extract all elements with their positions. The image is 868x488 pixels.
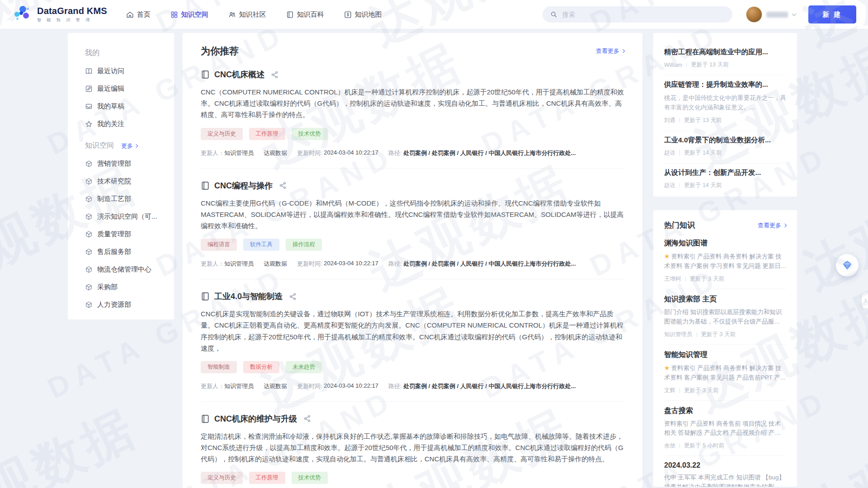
sidebar-space-aftersales[interactable]: 售后服务部	[85, 243, 166, 261]
chevron-right-icon	[783, 223, 787, 227]
sidebar-space-tech-research[interactable]: 技术研究院	[85, 173, 166, 190]
meta-path[interactable]: 处罚案例 / 处罚案例 / 人民银行 / 中国人民银行上海市分行行政处...	[403, 260, 576, 268]
divider	[697, 332, 697, 337]
hot-item-title[interactable]: 渊海知识图谱	[664, 239, 786, 248]
nav-item-knowledge-space[interactable]: 知识空间	[170, 10, 208, 19]
recommended-title[interactable]: 供应链管理：提升制造业效率的...	[664, 80, 786, 89]
sidebar-space-hr[interactable]: 人力资源部	[85, 296, 166, 314]
share-icon[interactable]	[271, 71, 278, 79]
sidebar-space-marketing[interactable]: 营销管理部	[85, 155, 166, 173]
article-body: 定期清洁机床，检查润滑油和冷却液，保持机床良好的工作状态,掌握基本的故障诊断和排…	[201, 431, 624, 465]
hot-item[interactable]: 智能知识管理 ★资料索引 产品资料 商务资料 解决方案 技术资料 客户案例 常见…	[664, 345, 786, 401]
tag[interactable]: 操作流程	[286, 239, 322, 251]
more-label: 更多	[121, 142, 133, 150]
article-title[interactable]: 工业4.0与智能制造	[214, 291, 283, 302]
recommended-title[interactable]: 从设计到生产：创新产品开发...	[664, 168, 786, 178]
recommended-item[interactable]: 供应链管理：提升制造业效率的... 桃花，是中国传统文化中的重要花卉之一，具有丰…	[664, 75, 786, 131]
recommended-item[interactable]: 从设计到生产：创新产品开发... 赵达更新于 14 天前	[664, 164, 786, 196]
meta-path[interactable]: 处罚案例 / 处罚案例 / 人民银行 / 中国人民银行上海市分行行政处...	[403, 382, 576, 390]
article-title[interactable]: CNC编程与操作	[214, 180, 273, 191]
share-icon[interactable]	[289, 293, 297, 300]
tag[interactable]: 数据分析	[243, 361, 279, 373]
hot-item-title[interactable]: 知识搜索部 主页	[664, 295, 786, 304]
tag[interactable]: 技术优势	[292, 472, 328, 484]
brand-logo[interactable]: DataGrand KMS 智 能 知 识 管 理	[14, 5, 107, 24]
hot-item-excerpt: 资料索引 产品资料 商务售前 项目情况 技术相关 答疑解惑 产品文档 产品视频介…	[664, 420, 781, 438]
hot-item[interactable]: 盘古搜索 资料索引 产品资料 商务售前 项目情况 技术相关 答疑解惑 产品文档 …	[664, 401, 786, 456]
sidebar-space-logistics[interactable]: 物流仓储管理中心	[85, 261, 166, 278]
nav-item-wiki[interactable]: 知识百科	[286, 10, 324, 19]
hot-item[interactable]: 2024.03.22 代申 王军军 本周完成工作 知识图谱 【bug】排查并解决…	[664, 456, 786, 487]
sidebar-item-my-follows[interactable]: 我的关注	[85, 115, 166, 133]
tag[interactable]: 定义与历史	[201, 472, 243, 484]
recommended-title[interactable]: 工业4.0背景下的制造业数据分析...	[664, 136, 786, 145]
sidebar-item-my-drafts[interactable]: 我的草稿	[85, 98, 166, 115]
recommended-title[interactable]: 精密工程在高端制造业中的应用...	[664, 47, 786, 57]
home-icon	[126, 11, 134, 19]
panel-collapse-handle[interactable]	[862, 293, 868, 308]
meta-time-label: 更新时间:	[297, 382, 322, 390]
sidebar-item-recent-edits[interactable]: 最近编辑	[85, 80, 166, 98]
sidebar-space-manufacturing[interactable]: 制造工艺部	[85, 190, 166, 208]
tag[interactable]: 编程语言	[201, 239, 237, 251]
cube-icon	[85, 266, 93, 273]
recommended-item[interactable]: 精密工程在高端制造业中的应用... William更新于 13 天前	[664, 43, 786, 75]
brand-tagline: 智 能 知 识 管 理	[37, 17, 107, 23]
sidebar-space-procurement[interactable]: 采购部	[85, 278, 166, 296]
assistant-float-button[interactable]	[836, 254, 859, 277]
recommended-excerpt: 桃花，是中国传统文化中的重要花卉之一，具有丰富的文化内涵和象征意义。...	[664, 94, 786, 113]
nav-item-community[interactable]: 知识社区	[228, 10, 266, 19]
tag[interactable]: 定义与历史	[201, 128, 243, 140]
avatar[interactable]	[746, 6, 762, 23]
recommended-item[interactable]: 工业4.0背景下的制造业数据分析... 赵达更新于 14 天前	[664, 131, 786, 164]
share-icon[interactable]	[279, 182, 287, 189]
meta-updater: 知识管理员	[224, 260, 254, 268]
user-name	[766, 12, 788, 18]
meta-updater-label: 更新人：	[201, 260, 224, 268]
hot-item-title[interactable]: 2024.03.22	[664, 461, 786, 469]
tag[interactable]: 软件工具	[243, 239, 279, 251]
article-tags: 定义与历史 工作原理 技术优势	[201, 472, 624, 484]
cube-icon	[85, 301, 93, 309]
nav-item-home[interactable]: 首页	[126, 10, 151, 19]
hot-view-more-link[interactable]: 查看更多	[758, 221, 786, 230]
user-menu[interactable]	[746, 6, 796, 23]
sidebar-space-quality[interactable]: 质量管理部	[85, 225, 166, 243]
sidebar-spaces-more-link[interactable]: 更多	[121, 142, 137, 150]
sidebar-label: 质量管理部	[97, 230, 131, 239]
search-input[interactable]	[562, 11, 725, 18]
nav-label-wiki: 知识百科	[297, 10, 324, 19]
tag[interactable]: 工作原理	[249, 472, 285, 484]
sidebar-label: 营销管理部	[97, 160, 131, 168]
author: 文辉	[664, 387, 675, 394]
recommend-view-more-link[interactable]: 查看更多	[596, 47, 624, 55]
sidebar-spaces-title: 知识空间	[85, 141, 114, 150]
sidebar-item-recent-visits[interactable]: 最近访问	[85, 62, 166, 80]
tag[interactable]: 未来趋势	[286, 361, 322, 373]
hot-item-title[interactable]: 智能知识管理	[664, 350, 786, 360]
recommend-panel: 为你推荐 查看更多 CNC机床概述 CNC（COMPUTER NUMERICAL…	[183, 33, 642, 488]
search-icon	[550, 10, 558, 19]
hot-item-title[interactable]: 盘古搜索	[664, 406, 786, 416]
hot-item[interactable]: 知识搜索部 主页 部门介绍 知识搜索部以底层搜索能力和知识图谱能力为基础，不仅提…	[664, 289, 786, 345]
nav-item-knowledge-map[interactable]: 知识地图	[344, 10, 382, 19]
sidebar-label: 售后服务部	[97, 248, 131, 256]
sidebar-space-demo[interactable]: 演示知识空间（可...	[85, 208, 166, 225]
new-button[interactable]: 新 建	[808, 5, 856, 23]
article-title[interactable]: CNC机床的维护与升级	[214, 413, 297, 424]
tag[interactable]: 技术优势	[292, 128, 328, 140]
chevron-right-icon	[621, 49, 625, 53]
article-tags: 智能制造 数据分析 未来趋势	[201, 361, 624, 373]
tag[interactable]: 智能制造	[201, 361, 237, 373]
brand-name: DataGrand KMS	[37, 6, 107, 16]
hot-item[interactable]: 渊海知识图谱 ★资料索引 产品资料 商务资料 解决方案 技术资料 客户案例 学习…	[664, 233, 786, 289]
share-icon[interactable]	[303, 415, 311, 422]
article-card: CNC机床的维护与升级 定期清洁机床，检查润滑油和冷却液，保持机床良好的工作状态…	[201, 402, 624, 488]
article-title[interactable]: CNC机床概述	[214, 69, 264, 80]
meta-path[interactable]: 处罚案例 / 处罚案例 / 人民银行 / 中国人民银行上海市分行行政处...	[403, 149, 576, 157]
logo-mark-icon	[14, 5, 33, 24]
article-tags: 定义与历史 工作原理 技术优势	[201, 128, 624, 140]
tag[interactable]: 工作原理	[249, 128, 285, 140]
author: 赵达	[664, 149, 675, 157]
hot-knowledge-title: 热门知识	[664, 220, 695, 230]
